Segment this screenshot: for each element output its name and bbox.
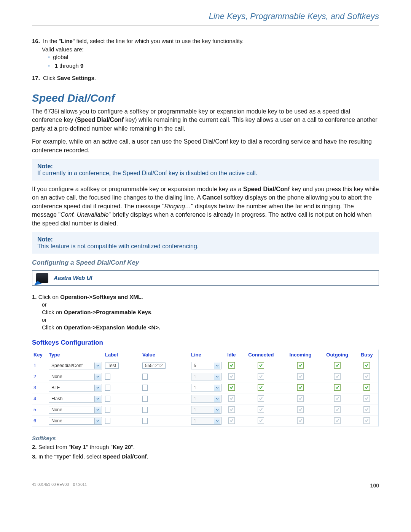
step-or-1: or: [42, 302, 379, 308]
type-select[interactable]: None: [49, 373, 102, 380]
label-input[interactable]: [105, 374, 110, 380]
checkbox[interactable]: [297, 362, 304, 369]
softkeys-table-wrap: Key Type Label Value Line Idle Connected…: [32, 350, 379, 427]
note-2-head: Note:: [37, 236, 53, 243]
checkbox[interactable]: [228, 384, 235, 391]
st3d: Speed Dial/Conf: [103, 453, 147, 460]
th-connected: Connected: [240, 350, 282, 360]
checkbox: [363, 406, 370, 413]
type-select[interactable]: BLF: [49, 384, 102, 391]
note-2-text: This feature is not compatible with cent…: [37, 243, 199, 249]
p1-b: Speed Dial/Conf: [77, 117, 124, 123]
checkbox: [297, 406, 304, 413]
subheading-configuring: Configuring a Speed Dial/Conf Key: [32, 259, 379, 267]
page-header: Line Keys, Programmable Keys, and Softke…: [32, 11, 379, 25]
para-1: The 6735i allows you to configure a soft…: [32, 107, 379, 133]
th-line: Line: [190, 350, 223, 360]
s2a: Click on: [42, 309, 64, 315]
step-17: 17. Click Save Settings.: [32, 74, 379, 82]
table-row: 4Flash1: [32, 393, 378, 404]
value-input[interactable]: [142, 407, 148, 413]
line-select: 1: [191, 417, 221, 425]
para-3: If you configure a softkey or programmab…: [32, 185, 379, 228]
checkbox[interactable]: [363, 362, 370, 369]
checkbox: [228, 417, 235, 424]
checkbox[interactable]: [228, 362, 235, 369]
checkbox[interactable]: [258, 362, 264, 369]
valid-values-label: Valid values are:: [42, 46, 379, 53]
checkbox: [334, 406, 341, 413]
bullet-range: 1 through 9: [48, 61, 379, 70]
s3a: Click on: [42, 324, 64, 331]
p3-b: Speed Dial/Conf: [243, 186, 290, 192]
value-input[interactable]: [142, 385, 148, 391]
checkbox: [228, 395, 235, 402]
value-input[interactable]: 5551212: [142, 363, 166, 369]
checkbox: [334, 395, 341, 402]
type-select[interactable]: Flash: [49, 395, 102, 403]
chevron-down-icon: [214, 363, 220, 369]
th-type: Type: [47, 350, 104, 360]
checkbox: [228, 373, 235, 380]
range-start: 1: [54, 62, 57, 69]
bullet-global: global: [48, 53, 379, 61]
checkbox[interactable]: [334, 384, 341, 391]
st3b: Type: [56, 453, 69, 460]
label-input[interactable]: [105, 407, 110, 413]
chevron-down-icon: [94, 363, 101, 369]
p3-f: Ringing…: [164, 203, 191, 209]
range-end: 9: [80, 62, 83, 69]
st3c: " field, select: [69, 453, 103, 460]
th-incoming: Incoming: [282, 350, 319, 360]
para-2: For example, while on an active call, a …: [32, 137, 379, 155]
checkbox[interactable]: [363, 384, 370, 391]
checkbox[interactable]: [334, 362, 341, 369]
chevron-down-icon: [214, 418, 220, 424]
line-select[interactable]: 1: [191, 384, 221, 391]
cell-key: 2: [32, 371, 47, 382]
st3e: .: [147, 453, 148, 460]
checkbox: [334, 417, 341, 424]
checkbox[interactable]: [258, 384, 264, 391]
st2e: ".: [131, 444, 135, 450]
note-1-head: Note:: [37, 163, 53, 169]
s1b: Operation->Softkeys and XML: [60, 294, 142, 300]
line-select: 1: [191, 406, 221, 414]
checkbox: [334, 373, 341, 380]
range-mid: through: [58, 62, 80, 69]
note-1: Note: If currently in a conference, the …: [32, 159, 379, 181]
type-select[interactable]: Speeddial/Conf: [49, 362, 102, 369]
label-input[interactable]: [105, 396, 110, 402]
value-input[interactable]: [142, 418, 148, 424]
s1c: .: [142, 294, 143, 300]
value-input[interactable]: [142, 374, 148, 380]
label-input[interactable]: [105, 385, 110, 391]
value-input[interactable]: [142, 396, 148, 402]
chevron-down-icon: [214, 385, 220, 391]
chevron-down-icon: [94, 396, 101, 402]
checkbox[interactable]: [297, 384, 304, 391]
s3b: Operation->Expansion Module <N>.: [64, 324, 161, 331]
line-select: 1: [191, 395, 221, 403]
label-input[interactable]: Test: [105, 363, 119, 369]
step-1-num: 1.: [32, 294, 37, 300]
s2c: .: [151, 309, 153, 315]
st2c: " through ": [86, 444, 113, 450]
chevron-down-icon: [94, 385, 101, 391]
footer-left: 41-001451-00 REV00 – 07.2011: [32, 482, 87, 489]
th-idle: Idle: [223, 350, 240, 360]
checkbox: [258, 395, 264, 402]
softkeys-config-title: Softkeys Configuration: [32, 339, 379, 347]
label-input[interactable]: [105, 418, 110, 424]
table-row: 1Speeddial/ConfTest55512125: [32, 360, 378, 371]
chevron-down-icon: [94, 418, 101, 424]
th-value: Value: [141, 350, 190, 360]
line-select[interactable]: 5: [191, 362, 221, 369]
table-row: 5None1: [32, 404, 378, 415]
type-select[interactable]: None: [49, 406, 102, 414]
checkbox: [363, 417, 370, 424]
s2b: Operation->Programmable Keys: [64, 309, 151, 315]
p3-h: Conf. Unavailable: [61, 211, 108, 218]
type-select[interactable]: None: [49, 417, 102, 425]
checkbox: [297, 395, 304, 402]
